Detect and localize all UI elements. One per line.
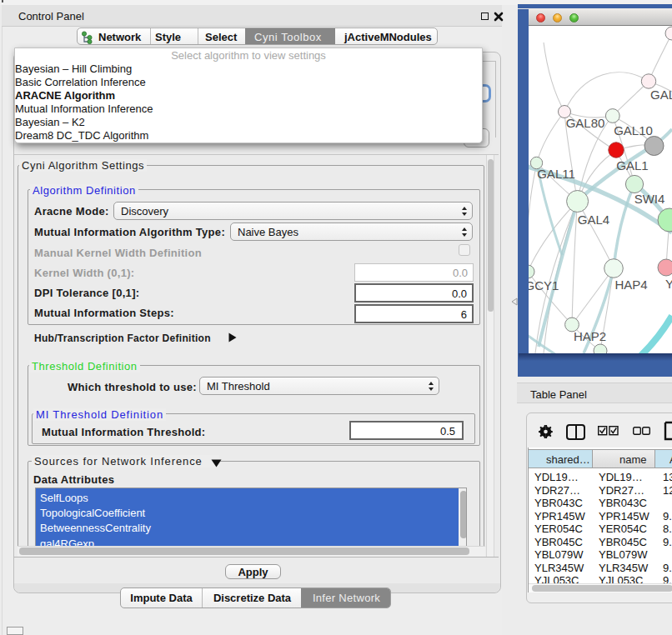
svg-text:GAL11: GAL11 xyxy=(537,167,575,181)
svg-text:GAL4: GAL4 xyxy=(578,212,609,227)
svg-text:GCY1: GCY1 xyxy=(529,278,559,292)
svg-text:GAL1: GAL1 xyxy=(616,158,648,172)
svg-text:GAL80: GAL80 xyxy=(566,116,605,130)
svg-text:SWI4: SWI4 xyxy=(634,192,665,206)
svg-text:GAL10: GAL10 xyxy=(614,123,653,138)
svg-text:HAP2: HAP2 xyxy=(574,329,606,343)
svg-text:GAL2: GAL2 xyxy=(650,88,672,102)
svg-text:HAP4: HAP4 xyxy=(614,278,647,292)
svg-text:YM: YM xyxy=(665,277,672,291)
